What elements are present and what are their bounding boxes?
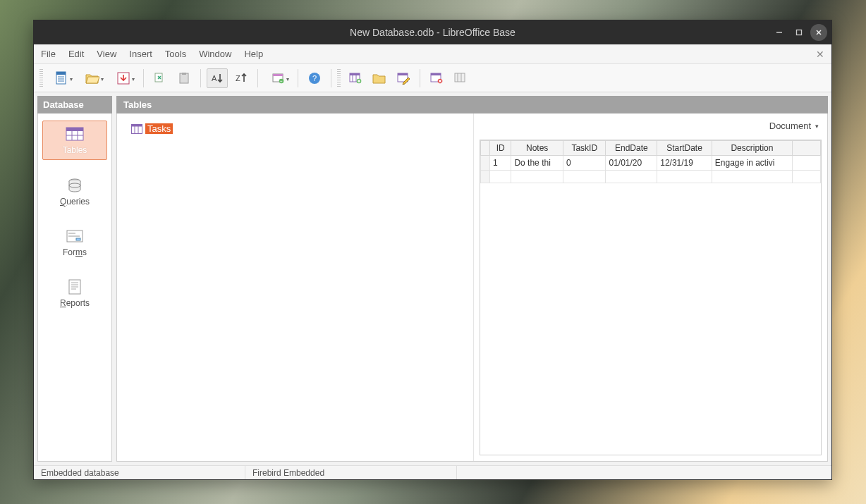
toolbar-grip-icon bbox=[337, 69, 341, 87]
menu-file[interactable]: File bbox=[41, 49, 56, 59]
sidebar-item-forms[interactable]: Forms bbox=[42, 223, 107, 262]
workspace: Database Tables Queries bbox=[34, 92, 831, 465]
sort-ascending-button[interactable]: A bbox=[207, 68, 228, 88]
table-row-empty[interactable] bbox=[481, 171, 821, 183]
svg-rect-29 bbox=[398, 73, 408, 75]
table-row[interactable]: 1 Do the thi 0 01/01/20 12/31/19 Engage … bbox=[481, 156, 821, 171]
open-document-button[interactable] bbox=[78, 68, 106, 88]
svg-rect-22 bbox=[350, 73, 360, 75]
report-icon bbox=[64, 278, 85, 295]
toolbar-grip-icon bbox=[39, 69, 43, 87]
cell-enddate[interactable]: 01/01/20 bbox=[606, 156, 657, 171]
preview-grid[interactable]: ID Notes TaskID EndDate StartDate Descri… bbox=[480, 140, 822, 455]
main-pane: Tables Tasks Document bbox=[116, 96, 828, 462]
menu-insert[interactable]: Insert bbox=[129, 49, 152, 59]
sidebar-item-queries[interactable]: Queries bbox=[42, 173, 107, 211]
cell-taskid[interactable]: 0 bbox=[563, 156, 606, 171]
window-maximize-button[interactable] bbox=[791, 24, 807, 41]
svg-text:Z: Z bbox=[236, 74, 240, 82]
svg-rect-12 bbox=[182, 73, 186, 75]
svg-rect-55 bbox=[132, 124, 142, 126]
svg-text:?: ? bbox=[312, 74, 317, 82]
window-close-button[interactable] bbox=[810, 24, 827, 41]
sidebar-item-reports[interactable]: Reports bbox=[42, 274, 107, 312]
tables-list: Tasks bbox=[117, 113, 473, 461]
menu-bar: File Edit View Insert Tools Window Help … bbox=[34, 44, 831, 64]
database-icon bbox=[64, 177, 85, 194]
delete-table-button[interactable] bbox=[426, 68, 447, 88]
svg-rect-48 bbox=[76, 238, 80, 240]
status-db-engine: Firebird Embedded bbox=[245, 466, 457, 479]
open-table-button[interactable] bbox=[369, 68, 390, 88]
svg-rect-47 bbox=[68, 235, 80, 237]
sidebar-item-label: Tables bbox=[63, 145, 87, 155]
sidebar-item-label: Queries bbox=[60, 197, 90, 207]
app-window: New Database.odb - LibreOffice Base File… bbox=[33, 20, 832, 480]
new-table-button[interactable] bbox=[345, 68, 366, 88]
sidebar-item-label: Forms bbox=[63, 247, 87, 257]
document-close-icon[interactable]: ✕ bbox=[816, 49, 824, 60]
menu-edit[interactable]: Edit bbox=[68, 49, 84, 59]
new-form-button[interactable]: + bbox=[264, 68, 292, 88]
save-document-button[interactable] bbox=[109, 68, 138, 88]
svg-rect-5 bbox=[56, 72, 66, 75]
help-button[interactable]: ? bbox=[304, 68, 325, 88]
database-sidebar: Database Tables Queries bbox=[37, 96, 112, 462]
main-content: Tasks Document ID Notes bbox=[116, 113, 828, 462]
status-embedded-db: Embedded database bbox=[34, 466, 245, 479]
svg-rect-31 bbox=[431, 73, 441, 75]
copy-button[interactable] bbox=[150, 68, 171, 88]
svg-text:A: A bbox=[212, 74, 217, 82]
edit-table-button[interactable] bbox=[393, 68, 414, 88]
menu-help[interactable]: Help bbox=[244, 49, 263, 59]
main-header: Tables bbox=[116, 96, 828, 113]
preview-panel: Document ID Notes TaskID EndDate bbox=[473, 113, 827, 461]
rename-table-button[interactable] bbox=[450, 68, 471, 88]
sidebar-item-label: Reports bbox=[60, 298, 90, 308]
preview-mode-dropdown[interactable]: Document bbox=[767, 119, 822, 133]
toolbar: A Z + ? bbox=[34, 64, 831, 92]
new-document-button[interactable] bbox=[47, 68, 75, 88]
column-header[interactable]: ID bbox=[490, 141, 511, 156]
cell-startdate[interactable]: 12/31/19 bbox=[657, 156, 712, 171]
svg-text:+: + bbox=[280, 79, 283, 83]
sort-descending-button[interactable]: Z bbox=[231, 68, 252, 88]
column-header[interactable]: StartDate bbox=[657, 141, 712, 156]
menu-tools[interactable]: Tools bbox=[165, 49, 186, 59]
paste-button[interactable] bbox=[173, 68, 195, 88]
menu-view[interactable]: View bbox=[97, 49, 116, 59]
table-item-tasks[interactable]: Tasks bbox=[131, 123, 173, 134]
table-item-label: Tasks bbox=[145, 123, 173, 134]
svg-rect-39 bbox=[66, 128, 83, 131]
svg-rect-35 bbox=[455, 73, 465, 82]
svg-rect-16 bbox=[273, 74, 283, 76]
svg-rect-10 bbox=[155, 73, 162, 82]
window-title: New Database.odb - LibreOffice Base bbox=[350, 27, 516, 38]
svg-rect-11 bbox=[180, 73, 188, 83]
column-header[interactable]: TaskID bbox=[563, 141, 606, 156]
form-icon bbox=[64, 228, 85, 245]
window-minimize-button[interactable] bbox=[771, 24, 788, 41]
preview-mode-label: Document bbox=[769, 121, 811, 131]
menu-window[interactable]: Window bbox=[199, 49, 231, 59]
cell-notes[interactable]: Do the thi bbox=[511, 156, 563, 171]
column-header[interactable]: Notes bbox=[511, 141, 563, 156]
preview-table: ID Notes TaskID EndDate StartDate Descri… bbox=[480, 140, 821, 183]
sidebar-header: Database bbox=[37, 96, 112, 113]
column-header[interactable]: Description bbox=[712, 141, 792, 156]
svg-rect-46 bbox=[68, 233, 75, 234]
sidebar-item-tables[interactable]: Tables bbox=[42, 121, 107, 160]
title-bar: New Database.odb - LibreOffice Base bbox=[34, 20, 831, 44]
status-bar: Embedded database Firebird Embedded bbox=[34, 465, 831, 479]
column-header[interactable]: EndDate bbox=[606, 141, 657, 156]
table-icon bbox=[64, 125, 85, 142]
table-header-row: ID Notes TaskID EndDate StartDate Descri… bbox=[481, 141, 821, 156]
cell-id[interactable]: 1 bbox=[490, 156, 511, 171]
table-icon bbox=[131, 124, 142, 134]
svg-rect-1 bbox=[797, 30, 802, 35]
cell-description[interactable]: Engage in activi bbox=[712, 156, 792, 171]
